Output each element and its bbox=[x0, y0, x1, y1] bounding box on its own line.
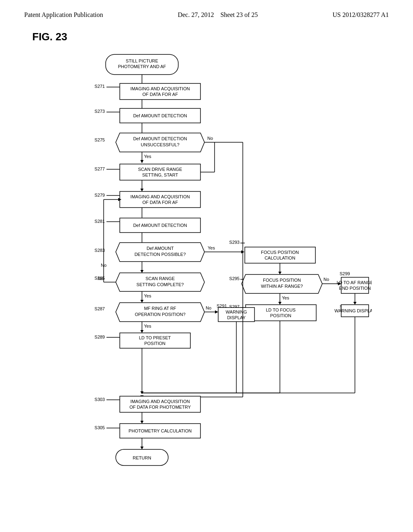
svg-text:Yes: Yes bbox=[282, 295, 289, 300]
figure-title: FIG. 23 bbox=[32, 31, 389, 43]
svg-text:FOCUS POSITION: FOCUS POSITION bbox=[263, 278, 301, 283]
svg-marker-23 bbox=[140, 160, 144, 163]
svg-text:PHOTOMETRY CALCULATION: PHOTOMETRY CALCULATION bbox=[129, 428, 192, 433]
svg-text:OF DATA FOR AF: OF DATA FOR AF bbox=[142, 92, 178, 97]
header-right: US 2012/0328277 A1 bbox=[332, 11, 389, 19]
svg-text:No: No bbox=[207, 136, 213, 141]
svg-text:RETURN: RETURN bbox=[133, 455, 151, 460]
svg-text:S281: S281 bbox=[94, 219, 105, 224]
svg-text:S289: S289 bbox=[94, 335, 105, 339]
svg-text:WARNING: WARNING bbox=[226, 310, 247, 314]
svg-text:S279: S279 bbox=[94, 193, 105, 197]
svg-text:Yes: Yes bbox=[144, 324, 151, 328]
svg-text:STILL PICTURE: STILL PICTURE bbox=[126, 58, 158, 63]
svg-text:No: No bbox=[98, 276, 103, 281]
svg-text:No: No bbox=[323, 277, 329, 282]
svg-text:Def AMOUNT DETECTION: Def AMOUNT DETECTION bbox=[133, 136, 187, 141]
svg-marker-138 bbox=[140, 447, 144, 449]
flowchart: STILL PICTURE PHOTOMETRY AND AF S271 IMA… bbox=[41, 50, 372, 503]
header-center: Dec. 27, 2012 Sheet 23 of 25 bbox=[178, 11, 258, 19]
svg-text:SETTING, START: SETTING, START bbox=[142, 172, 178, 177]
svg-text:SCAN DRIVE RANGE: SCAN DRIVE RANGE bbox=[138, 167, 182, 172]
svg-text:DETECTION POSSIBLE?: DETECTION POSSIBLE? bbox=[134, 252, 186, 257]
svg-text:S273: S273 bbox=[94, 109, 105, 114]
svg-text:S275: S275 bbox=[94, 137, 105, 142]
svg-text:PHOTOMETRY AND AF: PHOTOMETRY AND AF bbox=[118, 64, 166, 69]
svg-marker-71 bbox=[353, 302, 357, 305]
svg-text:S271: S271 bbox=[94, 84, 105, 89]
page: Patent Application Publication Dec. 27, … bbox=[0, 0, 413, 532]
svg-rect-83 bbox=[246, 305, 316, 321]
svg-text:FOCUS POSITION: FOCUS POSITION bbox=[261, 250, 299, 255]
svg-text:S283: S283 bbox=[94, 248, 105, 253]
svg-text:S287: S287 bbox=[94, 306, 105, 311]
svg-text:SCAN RANGE: SCAN RANGE bbox=[146, 276, 175, 281]
svg-marker-116 bbox=[140, 330, 144, 333]
svg-marker-80 bbox=[278, 302, 282, 305]
svg-marker-101 bbox=[140, 300, 144, 303]
svg-text:LD TO PRESET: LD TO PRESET bbox=[139, 335, 171, 340]
svg-text:IMAGING AND ACQUISITION: IMAGING AND ACQUISITION bbox=[130, 399, 190, 404]
svg-text:Yes: Yes bbox=[144, 154, 151, 159]
svg-text:IMAGING AND ACQUISITION: IMAGING AND ACQUISITION bbox=[130, 86, 190, 91]
svg-marker-132 bbox=[140, 421, 144, 424]
svg-marker-89 bbox=[140, 270, 144, 273]
svg-rect-6 bbox=[120, 83, 200, 100]
svg-text:SETTING COMPLETE?: SETTING COMPLETE? bbox=[136, 282, 184, 287]
svg-text:Def AMOUNT DETECTION: Def AMOUNT DETECTION bbox=[133, 113, 187, 118]
svg-text:IMAGING AND ACQUISITION: IMAGING AND ACQUISITION bbox=[130, 194, 190, 199]
svg-rect-67 bbox=[341, 277, 369, 293]
svg-text:S293: S293 bbox=[229, 240, 240, 245]
svg-marker-108 bbox=[215, 310, 218, 314]
svg-text:S277: S277 bbox=[94, 166, 105, 171]
svg-text:END POSITION: END POSITION bbox=[339, 286, 371, 291]
svg-text:S295: S295 bbox=[229, 276, 240, 281]
svg-text:CALCULATION: CALCULATION bbox=[265, 256, 295, 260]
svg-text:Def AMOUNT: Def AMOUNT bbox=[146, 246, 174, 251]
svg-text:S303: S303 bbox=[94, 397, 105, 402]
svg-text:LD TO FOCUS: LD TO FOCUS bbox=[266, 308, 296, 312]
svg-marker-57 bbox=[278, 272, 282, 274]
svg-rect-128 bbox=[120, 396, 200, 412]
svg-text:S299: S299 bbox=[340, 271, 350, 276]
header: Patent Application Publication Dec. 27, … bbox=[0, 0, 413, 23]
svg-text:LD TO AF RANGE: LD TO AF RANGE bbox=[337, 280, 372, 285]
svg-text:Yes: Yes bbox=[144, 293, 151, 298]
svg-text:OPERATION POSITION?: OPERATION POSITION? bbox=[135, 312, 186, 317]
header-left: Patent Application Publication bbox=[24, 11, 103, 19]
svg-rect-53 bbox=[245, 247, 315, 263]
svg-text:POSITION: POSITION bbox=[270, 313, 292, 318]
svg-text:OF DATA FOR AF: OF DATA FOR AF bbox=[142, 200, 178, 205]
svg-text:WARNING DISPLAY: WARNING DISPLAY bbox=[334, 308, 372, 313]
svg-text:Yes: Yes bbox=[208, 245, 215, 250]
svg-text:S305: S305 bbox=[94, 425, 105, 430]
content: FIG. 23 STILL PICTURE PHOTOMETRY AND AF … bbox=[0, 23, 413, 511]
svg-rect-26 bbox=[120, 164, 200, 180]
svg-text:POSITION: POSITION bbox=[144, 341, 166, 346]
svg-text:UNSUCCESSFUL?: UNSUCCESSFUL? bbox=[141, 142, 179, 147]
svg-text:MF RING AT RF: MF RING AT RF bbox=[144, 306, 176, 311]
svg-marker-32 bbox=[140, 189, 144, 191]
svg-rect-35 bbox=[120, 191, 200, 208]
svg-text:OF DATA FOR PHOTOMETRY: OF DATA FOR PHOTOMETRY bbox=[129, 405, 191, 409]
svg-text:WITHIN AF RANGE?: WITHIN AF RANGE? bbox=[261, 284, 303, 289]
svg-text:No: No bbox=[206, 305, 211, 310]
flowchart-svg: STILL PICTURE PHOTOMETRY AND AF S271 IMA… bbox=[41, 50, 372, 502]
svg-text:Def AMOUNT DETECTION: Def AMOUNT DETECTION bbox=[133, 223, 187, 228]
